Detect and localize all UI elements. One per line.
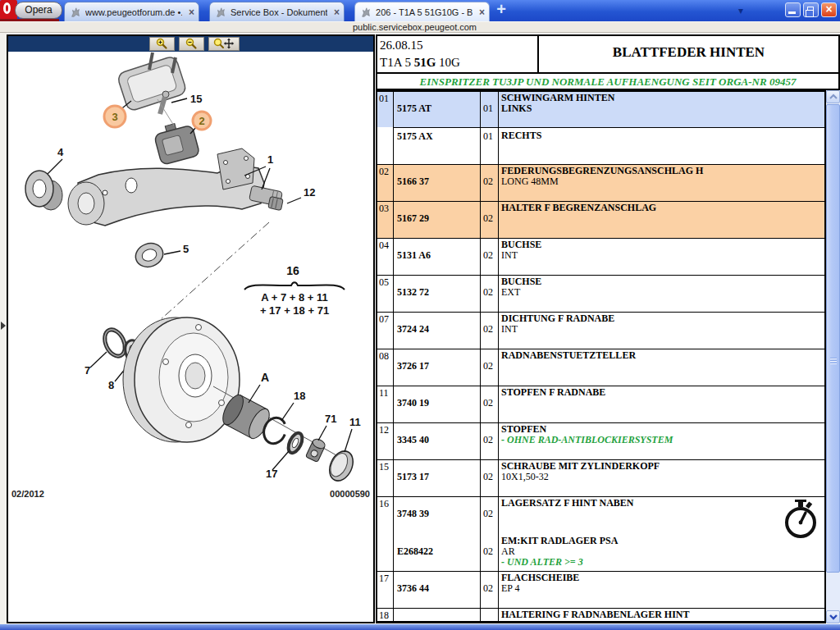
table-row[interactable]: 113740 1902STOPFEN F RADNABE — [377, 386, 824, 423]
part-item[interactable]: 163748 3902LAGERSATZ F HINT NABEN — [377, 497, 824, 535]
scrollbar-thumb[interactable] — [826, 104, 840, 573]
description-cell: BUCHSEINT — [499, 239, 824, 275]
callout-11: 11 — [349, 416, 361, 428]
table-row[interactable]: 035167 2902HALTER F BEGRENZANSCHLAG — [377, 202, 824, 239]
group-formula-line1: A + 7 + 8 + 11 — [261, 291, 328, 304]
part-item[interactable]: 173736 4402FLACHSCHEIBEEP 4 — [377, 572, 824, 608]
ref-cell: 15 — [377, 460, 394, 496]
parts-table-header: 26.08.15 T1A 5 51G 10G BLATTFEDER HINTEN… — [376, 34, 840, 90]
zoom-out-button[interactable] — [179, 37, 204, 51]
chevron-down-icon[interactable]: ▾ — [738, 5, 743, 16]
description-line: BUCHSE — [501, 276, 824, 287]
tab-label: 206 - T1A 5 51G10G - BL... — [376, 7, 472, 17]
callout-8: 8 — [108, 379, 114, 391]
part-item[interactable]: 123345 4002STOPFEN- OHNE RAD-ANTIBLOCKIE… — [377, 423, 824, 459]
table-row[interactable]: 123345 4002STOPFEN- OHNE RAD-ANTIBLOCKIE… — [377, 423, 824, 460]
ref-cell: 11 — [377, 386, 394, 422]
description-cell: HALTERING F RADNABENLAGER HINT — [499, 609, 824, 622]
description-cell: LAGERSATZ F HINT NABEN — [499, 497, 824, 535]
zoom-in-button[interactable] — [149, 37, 175, 51]
part-item[interactable]: 083726 1702RADNABENSTUETZTELLER — [377, 349, 824, 386]
description-cell: SCHRAUBE MIT ZYLINDERKOPF10X1,50-32 — [499, 460, 824, 496]
part-item[interactable]: 155173 1702SCHRAUBE MIT ZYLINDERKOPF10X1… — [377, 460, 824, 496]
part-item[interactable]: 18HALTERING F RADNABENLAGER HINT — [377, 609, 824, 621]
part-item[interactable]: 015175 AT01SCHWINGARM HINTENLINKS — [377, 92, 824, 127]
peugeot-lion-favicon — [70, 7, 81, 18]
scrollbar-grip — [830, 358, 837, 365]
table-row[interactable]: 025166 3702FEDERUNGSBEGRENZUNGSANSCHLAG … — [377, 165, 824, 202]
description-line: EP 4 — [501, 583, 824, 594]
chevron-up-icon — [828, 92, 839, 102]
callout-2: 2 — [199, 115, 204, 127]
ref-cell: 04 — [377, 239, 394, 275]
description-line: - UND ALTER >= 3 — [501, 557, 824, 568]
part-item[interactable]: 5175 AX01RECHTS — [377, 127, 824, 164]
zoom-pan-button[interactable] — [208, 37, 240, 51]
part-item[interactable]: 035167 2902HALTER F BEGRENZANSCHLAG — [377, 202, 824, 238]
description-line: FLACHSCHEIBE — [501, 573, 824, 583]
table-row[interactable]: 015175 AT01SCHWINGARM HINTENLINKS5175 AX… — [377, 92, 824, 165]
part-number-cell: 5131 A6 — [394, 239, 481, 275]
tab-servicebox-docs[interactable]: Service Box - Dokumenta... × — [209, 2, 345, 21]
description-cell: STOPFEN- OHNE RAD-ANTIBLOCKIERSYSTEM — [499, 423, 824, 459]
part-item[interactable]: E26842202EM:KIT RADLAGER PSAAR- UND ALTE… — [377, 535, 824, 571]
part-number-cell: 3726 17 — [394, 349, 481, 386]
tab-close-icon[interactable]: × — [189, 7, 194, 17]
description-cell: FEDERUNGSBEGRENZUNGSANSCHLAG HLONG 48MM — [499, 165, 824, 201]
restore-button[interactable] — [803, 2, 819, 17]
part-number-cell: 5173 17 — [394, 460, 481, 496]
vertical-scrollbar[interactable] — [826, 90, 840, 623]
description-line: LONG 48MM — [501, 176, 824, 187]
callout-A: A — [261, 371, 269, 384]
page-title: BLATTFEDER HINTEN — [539, 36, 838, 72]
tab-close-icon[interactable]: × — [334, 7, 340, 17]
close-button[interactable]: × — [821, 2, 837, 17]
part-item[interactable]: 073724 2402DICHTUNG F RADNABEINT — [377, 313, 824, 349]
description-cell: FLACHSCHEIBEEP 4 — [499, 572, 824, 608]
callout-71: 71 — [325, 413, 336, 425]
table-row[interactable]: 045131 A602BUCHSEINT — [377, 239, 824, 276]
table-row[interactable]: 163748 3902LAGERSATZ F HINT NABEN E26842… — [377, 497, 824, 572]
description-cell: STOPFEN F RADNABE — [499, 386, 824, 422]
zoom-out-icon — [185, 38, 198, 50]
table-row[interactable]: 155173 1702SCHRAUBE MIT ZYLINDERKOPF10X1… — [377, 460, 824, 497]
table-row[interactable]: 073724 2402DICHTUNG F RADNABEINT — [377, 313, 824, 349]
minimize-button[interactable] — [785, 2, 801, 17]
description-line: STOPFEN F RADNABE — [501, 387, 824, 398]
part-number-cell: 3748 39 — [394, 497, 481, 535]
scroll-down-button[interactable] — [826, 610, 840, 623]
ref-cell: 12 — [377, 423, 394, 459]
ref-cell: 01 — [377, 92, 394, 127]
zoom-pan-icon — [213, 38, 235, 50]
part-item[interactable]: 113740 1902STOPFEN F RADNABE — [377, 386, 824, 422]
part-item[interactable]: 055132 7202BUCHSEEXT — [377, 276, 824, 312]
qty-cell: 02 — [481, 202, 499, 238]
tab-peugeotforum[interactable]: www.peugeotforum.de •... × — [64, 2, 199, 21]
address-bar[interactable]: public.servicebox.peugeot.com — [0, 21, 840, 33]
scroll-up-button[interactable] — [826, 90, 840, 103]
part-item[interactable]: 025166 3702FEDERUNGSBEGRENZUNGSANSCHLAG … — [377, 165, 824, 201]
table-row[interactable]: 083726 1702RADNABENSTUETZTELLER — [377, 349, 824, 386]
table-row[interactable]: 18HALTERING F RADNABENLAGER HINT — [377, 609, 824, 622]
ref-cell: 07 — [377, 313, 394, 349]
part-number-cell: 3740 19 — [394, 386, 481, 422]
panel-expand-arrow[interactable] — [1, 322, 6, 330]
table-row[interactable]: 173736 4402FLACHSCHEIBEEP 4 — [377, 572, 824, 609]
vehicle-model: T1A 5 51G 10G — [380, 54, 537, 71]
table-row[interactable]: 055132 7202BUCHSEEXT — [377, 276, 824, 313]
ref-cell — [377, 127, 394, 164]
description-line: INT — [501, 324, 824, 335]
opera-menu-button[interactable]: Opera — [15, 2, 62, 19]
tab-label: Service Box - Dokumenta... — [231, 7, 327, 17]
callout-3: 3 — [112, 111, 117, 123]
catalog-date: 26.08.15 — [380, 37, 537, 54]
qty-cell: 02 — [481, 239, 499, 275]
group-16-label: 16 — [286, 264, 299, 277]
tab-206-parts[interactable]: 206 - T1A 5 51G10G - BL... × — [354, 2, 490, 21]
description-line: 10X1,50-32 — [501, 472, 824, 482]
filter-note: EINSPRITZER TU3JP UND NORMALE AUFHAENGUN… — [377, 72, 838, 89]
qty-cell: 01 — [481, 127, 499, 164]
new-tab-button[interactable]: + — [491, 2, 512, 18]
part-item[interactable]: 045131 A602BUCHSEINT — [377, 239, 824, 275]
tab-close-icon[interactable]: × — [479, 7, 485, 17]
